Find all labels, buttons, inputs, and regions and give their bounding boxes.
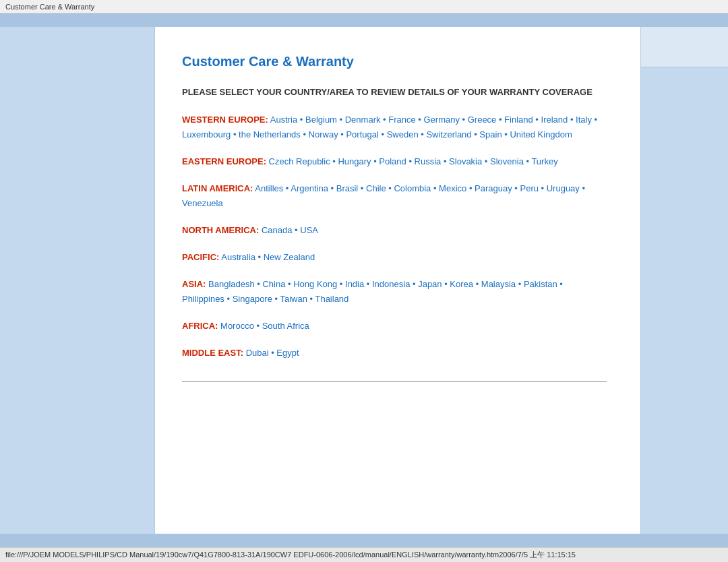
region-label-north-america: NORTH AMERICA: xyxy=(182,225,259,235)
left-sidebar xyxy=(0,27,155,534)
region-asia: ASIA: Bangladesh • China • Hong Kong • I… xyxy=(182,277,607,307)
region-label-latin-america: LATIN AMERICA: xyxy=(182,183,253,193)
region-label-western-europe: WESTERN EUROPE: xyxy=(182,115,268,125)
content-separator xyxy=(182,381,607,382)
region-africa: AFRICA: Morocco • South Africa xyxy=(182,319,607,334)
region-label-middle-east: MIDDLE EAST: xyxy=(182,348,243,358)
region-text-north-america: Canada • USA xyxy=(262,225,318,235)
page-title: Customer Care & Warranty xyxy=(182,54,607,69)
region-eastern-europe: EASTERN EUROPE: Czech Republic • Hungary… xyxy=(182,154,607,169)
title-bar: Customer Care & Warranty xyxy=(0,0,728,13)
region-text-pacific: Australia • New Zealand xyxy=(221,252,315,262)
right-top-panel xyxy=(641,27,728,67)
region-text-middle-east: Dubai • Egypt xyxy=(246,348,299,358)
region-label-eastern-europe: EASTERN EUROPE: xyxy=(182,156,266,166)
region-label-asia: ASIA: xyxy=(182,279,206,289)
main-content: Customer Care & Warranty PLEASE SELECT Y… xyxy=(155,27,640,534)
region-latin-america: LATIN AMERICA: Antilles • Argentina • Br… xyxy=(182,181,607,211)
region-north-america: NORTH AMERICA: Canada • USA xyxy=(182,223,607,238)
region-western-europe: WESTERN EUROPE: Austria • Belgium • Denm… xyxy=(182,113,607,142)
region-middle-east: MIDDLE EAST: Dubai • Egypt xyxy=(182,346,607,361)
region-label-pacific: PACIFIC: xyxy=(182,252,219,262)
status-bar-text: file:///P/JOEM MODELS/PHILIPS/CD Manual/… xyxy=(5,550,576,560)
right-bottom-panel xyxy=(641,67,728,534)
title-bar-text: Customer Care & Warranty xyxy=(5,3,94,11)
region-label-africa: AFRICA: xyxy=(182,321,218,331)
region-text-africa: Morocco • South Africa xyxy=(220,321,309,331)
status-bar: file:///P/JOEM MODELS/PHILIPS/CD Manual/… xyxy=(0,547,728,562)
subtitle: PLEASE SELECT YOUR COUNTRY/AREA TO REVIE… xyxy=(182,86,607,99)
region-text-asia: Bangladesh • China • Hong Kong • India •… xyxy=(182,279,563,304)
right-sidebar xyxy=(640,27,728,534)
region-pacific: PACIFIC: Australia • New Zealand xyxy=(182,250,607,265)
region-text-eastern-europe: Czech Republic • Hungary • Poland • Russ… xyxy=(269,156,558,166)
